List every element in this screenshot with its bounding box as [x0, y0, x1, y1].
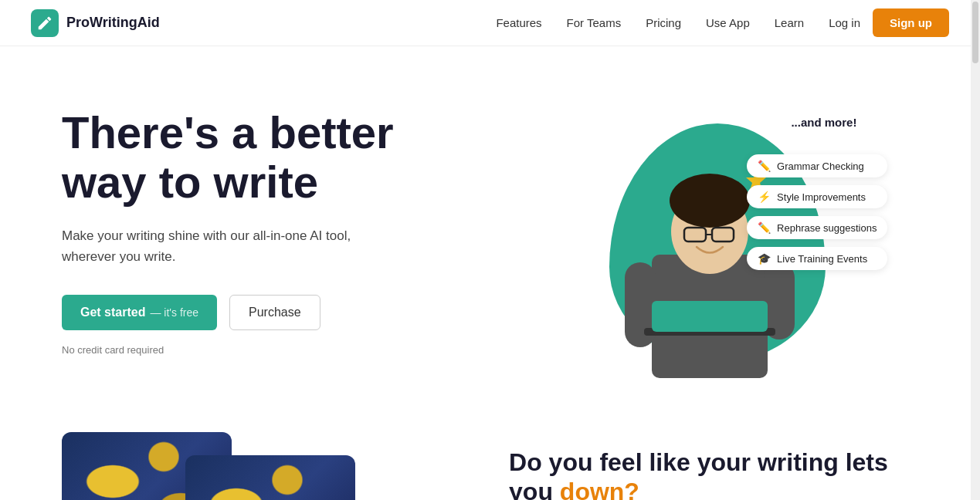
- second-section-title: Do you feel like your writing lets you d…: [509, 448, 918, 500]
- login-button[interactable]: Log in: [829, 16, 860, 29]
- hero-title-line1: There's a better: [62, 107, 394, 157]
- logo-icon: [31, 9, 59, 37]
- scrollbar[interactable]: [971, 0, 980, 500]
- badge-style-label: Style Improvements: [777, 191, 866, 203]
- navbar: ProWritingAid Features For Teams Pricing…: [0, 0, 980, 46]
- second-left: My idea in my head: [62, 432, 447, 500]
- purchase-button[interactable]: Purchase: [229, 295, 320, 330]
- hero-title-line2: way to write: [62, 157, 318, 207]
- training-icon: 🎓: [758, 252, 771, 265]
- nav-item-pricing[interactable]: Pricing: [646, 16, 681, 30]
- hero-subtitle: Make your writing shine with our all-in-…: [62, 225, 386, 267]
- nav-link-use-app[interactable]: Use App: [706, 16, 750, 29]
- logo-area: ProWritingAid: [31, 9, 160, 37]
- scrollbar-thumb[interactable]: [972, 2, 978, 63]
- nav-item-features[interactable]: Features: [496, 16, 541, 30]
- get-started-label: Get started: [80, 306, 145, 319]
- nav-item-use-app[interactable]: Use App: [706, 16, 750, 30]
- nav-link-pricing[interactable]: Pricing: [646, 16, 681, 29]
- logo-text: ProWritingAid: [66, 15, 160, 31]
- style-icon: ⚡: [758, 191, 771, 203]
- feature-badges: ✏️ Grammar Checking ⚡ Style Improvements…: [747, 154, 887, 270]
- badge-style: ⚡ Style Improvements: [747, 185, 887, 208]
- rephrase-icon: ✏️: [758, 221, 771, 234]
- logo-svg: [36, 15, 53, 32]
- nav-links: Features For Teams Pricing Use App Learn: [496, 16, 804, 30]
- badge-grammar-label: Grammar Checking: [777, 160, 864, 172]
- hero-section: There's a better way to write Make your …: [0, 46, 980, 417]
- hero-buttons: Get started — it's free Purchase: [62, 295, 533, 330]
- nav-item-for-teams[interactable]: For Teams: [567, 16, 622, 30]
- badge-training: 🎓 Live Training Events: [747, 247, 887, 270]
- starry-night-card-2: [185, 455, 355, 500]
- signup-button[interactable]: Sign up: [873, 8, 949, 37]
- get-started-button[interactable]: Get started — it's free: [62, 295, 217, 330]
- badge-rephrase: ✏️ Rephrase suggestions: [747, 216, 887, 239]
- second-right: Do you feel like your writing lets you d…: [509, 432, 918, 500]
- hero-right: ✏️ Grammar Checking ⚡ Style Improvements…: [533, 93, 918, 386]
- second-section: My idea in my head Do you feel like your…: [0, 417, 980, 500]
- image-stack: My idea in my head: [62, 432, 324, 500]
- nav-link-features[interactable]: Features: [496, 16, 541, 29]
- badge-rephrase-label: Rephrase suggestions: [777, 222, 877, 234]
- no-credit-card-text: No credit card required: [62, 344, 533, 356]
- hero-title: There's a better way to write: [62, 108, 533, 207]
- svg-rect-9: [652, 301, 768, 332]
- nav-cta: Log in Sign up: [829, 8, 949, 37]
- second-title-text: Do you feel like your writing lets you d…: [509, 448, 888, 500]
- nav-item-learn[interactable]: Learn: [775, 16, 804, 30]
- svg-point-2: [670, 174, 750, 228]
- badge-training-label: Live Training Events: [777, 253, 867, 265]
- and-more-text: ...and more!: [791, 116, 856, 129]
- swirl-2: [185, 455, 355, 500]
- badge-grammar: ✏️ Grammar Checking: [747, 154, 887, 177]
- nav-link-learn[interactable]: Learn: [775, 16, 804, 29]
- hero-left: There's a better way to write Make your …: [62, 93, 533, 356]
- free-label: — it's free: [150, 306, 198, 319]
- nav-link-for-teams[interactable]: For Teams: [567, 16, 622, 29]
- grammar-icon: ✏️: [758, 160, 771, 172]
- hero-illustration: ✏️ Grammar Checking ⚡ Style Improvements…: [578, 100, 872, 378]
